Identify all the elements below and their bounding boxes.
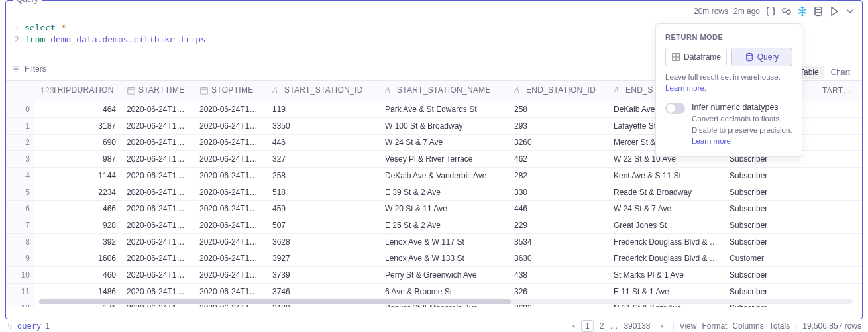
row-index: 2: [6, 134, 35, 150]
row-index: 9: [6, 250, 35, 266]
mode-dataframe-button[interactable]: Dataframe: [665, 48, 727, 66]
table-row[interactable]: 104602020-06-24T16:2…2020-06-24T16:3…373…: [6, 266, 862, 283]
cell-name[interactable]: query: [17, 321, 41, 331]
row-index: 3: [6, 150, 35, 167]
scrollbar-thumb[interactable]: [39, 299, 511, 304]
run-icon[interactable]: [829, 6, 840, 17]
row-index: 0: [6, 101, 35, 117]
col-starttime[interactable]: STARTTIME: [121, 81, 194, 101]
columns-menu[interactable]: Columns: [732, 321, 763, 331]
text-icon: A: [385, 86, 394, 95]
status-bar: ↳ query 1 ‹ 1 2 … 390138 › | View Format…: [0, 319, 868, 332]
col-tripduration[interactable]: 123TRIPDURATION: [35, 81, 121, 101]
add-column-button[interactable]: +: [860, 81, 862, 101]
snowflake-icon[interactable]: [797, 6, 808, 17]
popover-description: Leave full result set in warehouse. Lear…: [665, 72, 792, 95]
col-start-station-id[interactable]: ASTART_STATION_ID: [267, 81, 380, 101]
row-index: 8: [6, 233, 35, 250]
row-index: 7: [6, 217, 35, 233]
learn-more-link[interactable]: Learn more: [665, 84, 704, 92]
page-2[interactable]: 2: [596, 320, 608, 332]
filters-button[interactable]: Filters: [11, 64, 46, 74]
view-tabs: Table Chart: [794, 66, 855, 79]
row-index: 10: [6, 266, 35, 283]
tab-chart[interactable]: Chart: [826, 66, 855, 79]
text-icon: A: [614, 86, 623, 95]
return-arrow-icon: ↳: [7, 321, 13, 331]
view-menu[interactable]: View: [680, 321, 697, 331]
row-index: 12: [6, 300, 35, 307]
infer-numeric-toggle[interactable]: [665, 103, 685, 114]
format-menu[interactable]: Format: [702, 321, 727, 331]
query-panel: Query 20m rows 2m ago 1 2 select * from …: [5, 0, 863, 319]
return-mode-popover: RETURN MODE Dataframe Query Leave full r…: [655, 23, 802, 157]
calendar-icon: [127, 86, 136, 95]
table-row[interactable]: 64662020-06-24T16:2…2020-06-24T16:3…459W…: [6, 200, 862, 217]
page-prev[interactable]: ‹: [569, 320, 579, 332]
horizontal-scrollbar[interactable]: [39, 299, 853, 304]
braces-icon[interactable]: [765, 6, 776, 17]
row-index: 11: [6, 283, 35, 300]
toggle-description: Convert decimals to floats. Disable to p…: [692, 113, 792, 148]
pager: ‹ 1 2 … 390138 ›: [569, 320, 667, 332]
svg-point-4: [746, 53, 752, 56]
col-stoptime[interactable]: STOPTIME: [194, 81, 267, 101]
chevron-down-icon[interactable]: [845, 6, 855, 17]
row-index: 6: [6, 200, 35, 217]
svg-rect-1: [128, 88, 135, 95]
text-icon: A: [514, 86, 523, 95]
row-index: 4: [6, 167, 35, 184]
page-last[interactable]: 390138: [620, 320, 654, 332]
table-row[interactable]: 79282020-06-24T16:2…2020-06-24T16:4…507E…: [6, 217, 862, 233]
table-row[interactable]: 1114862020-06-24T16:2…2020-06-24T16:5…37…: [6, 283, 862, 300]
grid-icon: [671, 52, 680, 62]
col-end-station-id[interactable]: AEND_STATION_ID: [509, 81, 608, 101]
learn-more-link[interactable]: Learn more: [692, 137, 731, 145]
query-age: 2m ago: [733, 7, 760, 16]
page-next[interactable]: ›: [656, 320, 667, 332]
col-start-station-name[interactable]: ASTART_STATION_NAME: [380, 81, 509, 101]
cell-number: 1: [45, 321, 50, 331]
table-row[interactable]: 83922020-06-24T16:2…2020-06-24T16:3…3628…: [6, 233, 862, 250]
row-index: 5: [6, 184, 35, 200]
number-icon: 123: [40, 86, 50, 95]
query-header: 20m rows 2m ago: [694, 6, 855, 17]
database-icon[interactable]: [813, 6, 824, 17]
col-extra[interactable]: TART_STATI: [817, 81, 860, 101]
totals-menu[interactable]: Totals: [769, 321, 790, 331]
page-1[interactable]: 1: [581, 320, 594, 332]
database-icon: [745, 52, 754, 62]
rows-summary: 20m rows: [694, 7, 728, 16]
popover-title: RETURN MODE: [665, 33, 792, 41]
text-icon: A: [272, 86, 282, 95]
svg-rect-2: [201, 88, 208, 95]
row-index: 1: [6, 117, 35, 134]
col-index: [6, 81, 35, 101]
table-row[interactable]: 522342020-06-24T16:2…2020-06-24T17:0…518…: [6, 184, 862, 200]
mode-query-button[interactable]: Query: [731, 48, 792, 66]
row-count: 19,506,857 rows: [802, 321, 861, 331]
table-row[interactable]: 916062020-06-24T16:2…2020-06-24T16:5…392…: [6, 250, 862, 266]
panel-label: Query: [13, 0, 42, 4]
editor-gutter: 1 2: [6, 22, 25, 55]
toggle-label: Infer numeric datatypes: [692, 103, 792, 112]
svg-point-0: [815, 7, 822, 10]
funnel-icon: [11, 64, 21, 74]
link-icon[interactable]: [781, 6, 792, 17]
table-row[interactable]: 411442020-06-24T16:2…2020-06-24T16:4…258…: [6, 167, 862, 184]
calendar-icon: [199, 86, 209, 95]
